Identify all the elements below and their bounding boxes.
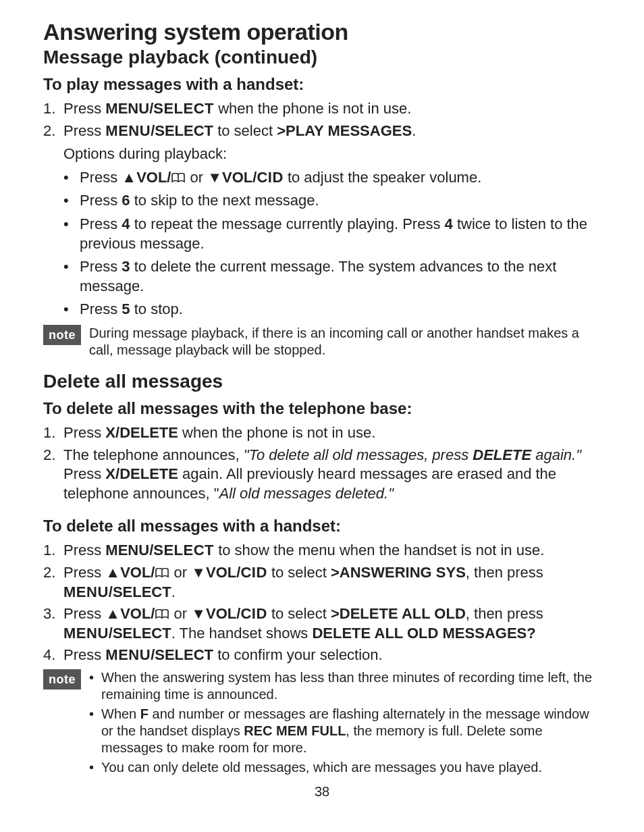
text-bold: 4 [122, 215, 130, 232]
text: Press [63, 122, 105, 139]
note-block: note During message playback, if there i… [43, 325, 601, 359]
bullet-icon: • [63, 300, 80, 319]
text-bold: MENU/ [105, 100, 153, 117]
text-smallcaps: SELECT [153, 542, 214, 558]
text: Press [80, 258, 122, 275]
text: Press [63, 564, 105, 581]
list-item: 3. Press ▲VOL/ or ▼VOL/CID to select >DE… [43, 604, 601, 643]
text-bold: 3 [122, 258, 130, 275]
step-number: 2. [43, 122, 63, 141]
text: Press [80, 215, 122, 232]
list-item: • When F and number or messages are flas… [89, 706, 601, 756]
step-text: Press MENU/SELECT to select >PLAY MESSAG… [63, 122, 601, 141]
option-text: Press 3 to delete the current message. T… [80, 257, 601, 296]
text-bold: F [140, 706, 149, 721]
list-item: 2. The telephone announces, "To delete a… [43, 446, 601, 504]
list-item: 2. Press ▲VOL/ or ▼VOL/CID to select >AN… [43, 563, 601, 602]
text: to adjust the speaker volume. [284, 169, 482, 186]
vol-up: ▲VOL/ [122, 169, 171, 186]
vol-up: ▲VOL/ [105, 564, 155, 581]
text-smallcaps: MENU [63, 583, 109, 600]
text-bold: >DELETE ALL OLD [331, 605, 466, 622]
option-text: Press 5 to stop. [80, 300, 601, 319]
text: . The handset shows [171, 625, 313, 642]
book-icon [155, 609, 169, 620]
text: Press [80, 301, 122, 317]
subtitle: Message playback (continued) [43, 47, 601, 68]
list-item: 1. Press X/DELETE when the phone is not … [43, 423, 601, 443]
list-item: • Press 3 to delete the current message.… [63, 257, 601, 296]
note-bullets: • When the answering system has less tha… [89, 669, 601, 779]
text: Press [63, 646, 105, 663]
bullet-icon: • [89, 759, 101, 776]
text-italic: All old messages deleted." [219, 485, 394, 502]
bullet-icon: • [63, 168, 80, 188]
delete-handset-heading: To delete all messages with a handset: [43, 517, 601, 536]
text-smallcaps: MENU [63, 625, 109, 642]
options-label: Options during playback: [63, 145, 601, 164]
triangle-up-icon: ▲ [105, 604, 120, 624]
text: to select [267, 564, 331, 581]
list-item: 4. Press MENU/SELECT to confirm your sel… [43, 646, 601, 665]
step-number: 2. [43, 563, 63, 602]
list-item: • You can only delete old messages, whic… [89, 759, 601, 776]
text: Press [80, 169, 122, 186]
text: to stop. [130, 301, 183, 317]
vol-down: ▼VOL/ [191, 564, 240, 581]
note-badge: note [43, 669, 81, 690]
play-handset-steps: 1. Press MENU/SELECT when the phone is n… [43, 99, 601, 140]
text: to delete the current message. The syste… [80, 258, 556, 294]
text-bold: 5 [122, 301, 130, 317]
vol-up: ▲VOL/ [105, 605, 155, 622]
note-text: When the answering system has less than … [101, 669, 601, 703]
text: , then press [466, 564, 543, 581]
text-smallcaps: SELECT [153, 100, 214, 117]
text-bold: /SELECT [109, 625, 171, 642]
book-icon [155, 568, 169, 579]
text: Press [63, 605, 105, 622]
text: Press [63, 424, 105, 441]
text-bold: MENU/ [105, 542, 153, 558]
text: Press [63, 542, 105, 558]
list-item: 2. Press MENU/SELECT to select >PLAY MES… [43, 122, 601, 141]
step-number: 4. [43, 646, 63, 665]
text: to confirm your selection. [213, 646, 383, 663]
step-text: Press X/DELETE when the phone is not in … [63, 423, 601, 443]
text: or [169, 564, 191, 581]
text-smallcaps: CID [240, 605, 267, 622]
step-text: Press ▲VOL/ or ▼VOL/CID to select >ANSWE… [63, 563, 601, 602]
text: or [186, 169, 207, 186]
step-number: 1. [43, 423, 63, 443]
text-smallcaps: CID [240, 564, 267, 581]
note-badge: note [43, 325, 81, 345]
text-bold: REC MEM FULL [244, 723, 346, 738]
text-bold-italic: DELETE [473, 446, 531, 463]
page-title: Answering system operation [43, 19, 601, 45]
text: , then press [466, 605, 543, 622]
list-item: • Press 5 to stop. [63, 300, 601, 319]
bullet-icon: • [89, 669, 101, 703]
list-item: • Press 4 to repeat the message currentl… [63, 215, 601, 253]
triangle-up-icon: ▲ [122, 168, 136, 188]
step-number: 1. [43, 99, 63, 119]
triangle-down-icon: ▼ [191, 563, 206, 583]
text: to skip to the next message. [130, 192, 319, 209]
text-bold: >ANSWERING SYS [331, 564, 466, 581]
note-text: You can only delete old messages, which … [101, 759, 601, 776]
text: The telephone announces, [63, 446, 244, 463]
text-bold: X/DELETE [105, 424, 178, 441]
text-bold: 4 [445, 215, 453, 232]
vol-down: ▼VOL/ [191, 605, 240, 622]
list-item: • When the answering system has less tha… [89, 669, 601, 703]
bullet-icon: • [63, 215, 80, 253]
step-text: Press MENU/SELECT to show the menu when … [63, 541, 601, 561]
text-bold: X/DELETE [105, 465, 178, 482]
bullet-icon: • [63, 257, 80, 296]
triangle-down-icon: ▼ [207, 168, 222, 188]
note-text: During message playback, if there is an … [89, 325, 601, 359]
step-number: 3. [43, 604, 63, 643]
text-bold: /SELECT [109, 583, 171, 600]
delete-handset-steps: 1. Press MENU/SELECT to show the menu wh… [43, 541, 601, 665]
step-number: 1. [43, 541, 63, 561]
text-bold: /SELECT [151, 122, 213, 139]
